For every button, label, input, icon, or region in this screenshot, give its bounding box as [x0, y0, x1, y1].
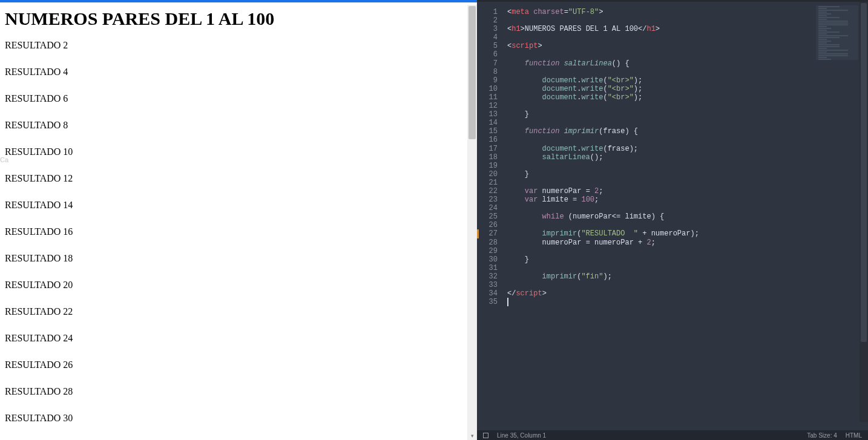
code-line[interactable] [507, 204, 868, 212]
code-line[interactable]: <script> [507, 42, 868, 50]
line-number[interactable]: 4 [477, 33, 504, 42]
code-line[interactable]: imprimir("RESULTADO " + numeroPar); [507, 229, 868, 238]
code-line[interactable] [507, 68, 868, 76]
line-number[interactable]: 20 [477, 170, 504, 179]
line-number[interactable]: 12 [477, 102, 504, 110]
minimap[interactable] [816, 5, 858, 60]
status-cursor-position[interactable]: Line 35, Column 1 [497, 432, 546, 439]
text-cursor [507, 298, 508, 306]
line-number[interactable]: 7 [477, 59, 504, 68]
code-line[interactable] [507, 162, 868, 170]
code-line[interactable]: saltarLinea(); [507, 153, 868, 162]
code-line[interactable] [507, 281, 868, 289]
code-line[interactable]: var numeroPar = 2; [507, 187, 868, 195]
line-number[interactable]: 17 [477, 145, 504, 153]
code-line[interactable]: imprimir("fin"); [507, 272, 868, 281]
line-number[interactable]: 18 [477, 153, 504, 162]
line-number[interactable]: 25 [477, 212, 504, 221]
line-number[interactable]: 24 [477, 204, 504, 212]
code-line[interactable]: while (numeroPar<= limite) { [507, 212, 868, 221]
code-line[interactable]: numeroPar = numeroPar + 2; [507, 238, 868, 247]
line-number[interactable]: 27 [477, 229, 504, 238]
code-line[interactable] [507, 102, 868, 110]
scroll-down-icon[interactable]: ▾ [469, 433, 475, 439]
editor-pane: 1234567891011121314151617181920212223242… [477, 0, 868, 440]
line-number-gutter[interactable]: 1234567891011121314151617181920212223242… [477, 2, 504, 430]
line-number[interactable]: 6 [477, 50, 504, 59]
code-line[interactable]: } [507, 255, 868, 264]
browser-scrollbar-thumb[interactable] [469, 6, 476, 139]
line-number[interactable]: 2 [477, 16, 504, 25]
line-number[interactable]: 28 [477, 238, 504, 247]
line-number[interactable]: 11 [477, 93, 504, 102]
browser-scrollbar[interactable]: ▴ ▾ [467, 5, 477, 440]
line-number[interactable]: 5 [477, 42, 504, 50]
result-line: RESULTADO 24 [5, 333, 465, 344]
line-number[interactable]: 15 [477, 127, 504, 136]
line-number[interactable]: 1 [477, 8, 504, 16]
line-number[interactable]: 10 [477, 85, 504, 93]
results-list: RESULTADO 2RESULTADO 4RESULTADO 6RESULTA… [5, 40, 465, 432]
line-number[interactable]: 32 [477, 272, 504, 281]
result-line: RESULTADO 28 [5, 386, 465, 397]
code-line[interactable] [507, 50, 868, 59]
browser-content[interactable]: NUMEROS PARES DEL 1 AL 100 RESULTADO 2RE… [5, 8, 465, 432]
line-number[interactable]: 16 [477, 136, 504, 144]
left-edge-text: Ca [0, 156, 8, 163]
code-line[interactable] [507, 298, 868, 306]
line-number[interactable]: 26 [477, 221, 504, 229]
line-number[interactable]: 30 [477, 255, 504, 264]
result-line: RESULTADO 2 [5, 40, 465, 51]
line-number[interactable]: 8 [477, 68, 504, 76]
code-line[interactable]: <h1>NUMEROS PARES DEL 1 AL 100</h1> [507, 25, 868, 33]
code-line[interactable]: function saltarLinea() { [507, 59, 868, 68]
result-line: RESULTADO 4 [5, 67, 465, 77]
code-line[interactable]: document.write("<br>"); [507, 76, 868, 85]
code-line[interactable]: </script> [507, 289, 868, 298]
editor-scrollbar[interactable] [860, 2, 868, 422]
app-root: Ca NUMEROS PARES DEL 1 AL 100 RESULTADO … [0, 0, 868, 440]
line-number[interactable]: 31 [477, 264, 504, 272]
line-number[interactable]: 21 [477, 179, 504, 187]
status-indicator-icon[interactable] [483, 433, 488, 438]
line-number[interactable]: 22 [477, 187, 504, 195]
result-line: RESULTADO 6 [5, 93, 465, 104]
code-line[interactable]: document.write(frase); [507, 145, 868, 153]
line-number[interactable]: 14 [477, 119, 504, 127]
line-number[interactable]: 13 [477, 110, 504, 119]
code-line[interactable] [507, 221, 868, 229]
code-line[interactable]: <meta charset="UTF-8"> [507, 8, 868, 16]
code-line[interactable] [507, 247, 868, 255]
code-line[interactable]: } [507, 170, 868, 179]
line-number[interactable]: 29 [477, 247, 504, 255]
result-line: RESULTADO 14 [5, 200, 465, 211]
code-area[interactable]: <meta charset="UTF-8"> <h1>NUMEROS PARES… [504, 2, 868, 430]
result-line: RESULTADO 30 [5, 413, 465, 424]
code-line[interactable] [507, 264, 868, 272]
line-number[interactable]: 9 [477, 76, 504, 85]
code-line[interactable] [507, 119, 868, 127]
code-line[interactable]: document.write("<br>"); [507, 93, 868, 102]
editor-scrollbar-thumb[interactable] [861, 3, 867, 342]
line-number[interactable]: 33 [477, 281, 504, 289]
code-line[interactable] [507, 179, 868, 187]
status-tab-size[interactable]: Tab Size: 4 [807, 432, 837, 439]
code-line[interactable]: document.write("<br>"); [507, 85, 868, 93]
status-syntax-mode[interactable]: HTML [846, 432, 862, 439]
editor-body: 1234567891011121314151617181920212223242… [477, 2, 868, 430]
result-line: RESULTADO 8 [5, 120, 465, 131]
line-number[interactable]: 3 [477, 25, 504, 33]
line-number[interactable]: 34 [477, 289, 504, 298]
code-line[interactable]: function imprimir(frase) { [507, 127, 868, 136]
line-number[interactable]: 19 [477, 162, 504, 170]
code-line[interactable] [507, 16, 868, 25]
code-line[interactable] [507, 136, 868, 144]
result-line: RESULTADO 22 [5, 306, 465, 317]
line-number[interactable]: 35 [477, 298, 504, 306]
code-line[interactable]: } [507, 110, 868, 119]
line-number[interactable]: 23 [477, 195, 504, 204]
code-line[interactable] [507, 33, 868, 42]
browser-pane: Ca NUMEROS PARES DEL 1 AL 100 RESULTADO … [0, 0, 477, 440]
result-line: RESULTADO 20 [5, 280, 465, 291]
code-line[interactable]: var limite = 100; [507, 195, 868, 204]
